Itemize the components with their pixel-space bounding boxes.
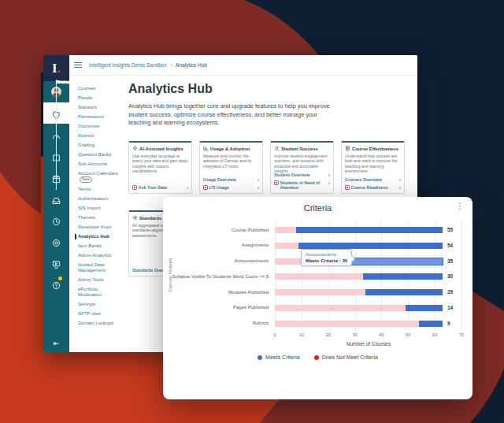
card-title: AI-Assisted Insights bbox=[132, 146, 188, 151]
feature-card-ai-assisted-insights: AI-Assisted InsightsUse everyday languag… bbox=[128, 141, 192, 194]
account-nav-sis-import[interactable]: SIS Import bbox=[76, 206, 119, 211]
global-nav-mastery[interactable]: Mastery bbox=[43, 230, 69, 251]
global-nav-studio[interactable]: Studio bbox=[43, 251, 69, 273]
global-nav-inbox[interactable]: Inbox bbox=[43, 187, 69, 209]
chevron-right-icon: › bbox=[399, 185, 401, 190]
tooltip-category: Announcements bbox=[306, 252, 347, 257]
chart-legend: Meets CriteriaDoes Not Meet Criteria bbox=[163, 354, 472, 360]
account-nav-outcomes[interactable]: Outcomes bbox=[76, 124, 119, 129]
global-nav-help[interactable]: Help bbox=[43, 273, 69, 294]
hamburger-menu-icon[interactable] bbox=[74, 62, 82, 69]
criteria-chart-card: Criteria ⋮ Canvas Feature 01020304050607… bbox=[163, 197, 472, 399]
account-nav-analytics-hub[interactable]: Analytics Hub bbox=[75, 234, 119, 239]
account-nav-grading[interactable]: Grading bbox=[76, 143, 119, 148]
account-nav-admin-analytics[interactable]: Admin Analytics bbox=[76, 253, 119, 258]
account-nav-themes[interactable]: Themes bbox=[76, 215, 119, 221]
bar-value-label: 55 bbox=[447, 227, 453, 232]
account-nav-terms[interactable]: Terms bbox=[76, 187, 119, 192]
kebab-menu-icon[interactable]: ⋮ bbox=[456, 202, 464, 210]
legend-dot-icon bbox=[314, 355, 319, 360]
bar-category-label: Course Published bbox=[163, 228, 269, 232]
history-clock-icon bbox=[52, 215, 61, 224]
account-nav-domain-lookups[interactable]: Domain Lookups bbox=[76, 321, 119, 326]
global-nav-label: Help bbox=[56, 80, 57, 190]
card-link-courses-overview[interactable]: Courses Overview› bbox=[345, 177, 401, 182]
bar-meets-segment[interactable] bbox=[296, 227, 443, 233]
bar-meets-segment[interactable] bbox=[419, 321, 443, 327]
feature-card-student-success: Student SuccessImprove student engagemen… bbox=[270, 141, 334, 194]
bar-value-label: 54 bbox=[447, 243, 453, 248]
account-navigation-list: CoursesPeopleStatisticsPermissionsOutcom… bbox=[69, 76, 122, 352]
card-link-students-in-need-of-attention[interactable]: Students in Need of Attention› bbox=[274, 180, 330, 190]
breadcrumb-separator: › bbox=[170, 62, 172, 68]
account-nav-admin-tools[interactable]: Admin Tools bbox=[76, 277, 119, 283]
account-nav-sftp-user[interactable]: SFTP User bbox=[76, 311, 119, 317]
card-description: Measure and monitor the adoption of Canv… bbox=[203, 154, 259, 169]
account-nav-developer-keys[interactable]: Developer Keys bbox=[76, 224, 119, 230]
bar-does-not-meet-segment[interactable] bbox=[275, 305, 406, 311]
breadcrumb: Intelligent Insights Demo Sandbox › Anal… bbox=[89, 62, 207, 68]
usage-chart-icon bbox=[203, 146, 209, 151]
account-nav-account-calendars[interactable]: Account CalendarsNew bbox=[76, 171, 119, 183]
account-nav-question-banks[interactable]: Question Banks bbox=[76, 152, 119, 158]
legend-item-meets-criteria[interactable]: Meets Criteria bbox=[258, 354, 300, 360]
bar-meets-segment[interactable] bbox=[365, 289, 443, 295]
global-navigation-sidebar: I. AccountAdminDashboardCoursesCalendarI… bbox=[43, 55, 69, 352]
card-description: Use everyday language to query your data… bbox=[132, 154, 188, 174]
account-nav-courses[interactable]: Courses bbox=[76, 86, 119, 91]
instructure-logo[interactable]: I. bbox=[43, 55, 69, 81]
upgrade-feature-icon bbox=[132, 185, 137, 190]
account-nav-permissions[interactable]: Permissions bbox=[76, 114, 119, 120]
account-nav-sub-accounts[interactable]: Sub-Accounts bbox=[76, 161, 119, 167]
bar-meets-segment[interactable] bbox=[298, 243, 443, 249]
card-link-lti-usage[interactable]: LTI Usage› bbox=[203, 185, 259, 190]
collapse-nav-button[interactable]: ⇤ bbox=[43, 340, 69, 347]
bar-meets-segment[interactable] bbox=[363, 273, 443, 280]
bar-category-label: Rubrics bbox=[163, 321, 269, 325]
chart-title: Criteria bbox=[163, 203, 472, 213]
account-nav-eportfolio-moderation[interactable]: ePortfolio Moderation bbox=[76, 287, 119, 298]
bar-does-not-meet-segment[interactable] bbox=[275, 227, 296, 233]
bar-value-label: 30 bbox=[447, 273, 453, 279]
account-nav-people[interactable]: People bbox=[76, 95, 119, 101]
bar-does-not-meet-segment[interactable] bbox=[275, 243, 298, 249]
feature-card-course-effectiveness: Course EffectivenessUnderstand how cours… bbox=[341, 141, 405, 194]
bar-category-label: Assignments bbox=[163, 243, 269, 247]
bar-meets-segment[interactable] bbox=[350, 258, 443, 265]
breadcrumb-root-link[interactable]: Intelligent Insights Demo Sandbox bbox=[89, 62, 167, 68]
card-link-usage-overview[interactable]: Usage Overview› bbox=[203, 177, 259, 182]
bar-category-label: Syllabus Visible To Students Word Count … bbox=[163, 274, 269, 279]
x-axis-tick: 0 bbox=[273, 332, 276, 337]
bar-category-label: Announcements bbox=[163, 258, 269, 263]
bar-value-label: 9 bbox=[447, 321, 450, 326]
account-nav-item-banks[interactable]: Item Banks bbox=[76, 243, 119, 249]
standards-gear-icon bbox=[132, 215, 138, 221]
bar-meets-segment[interactable] bbox=[406, 305, 443, 311]
card-link-student-overview[interactable]: Student Overview› bbox=[274, 173, 330, 177]
bar-category-label: Pages Published bbox=[163, 305, 269, 310]
chevron-right-icon: › bbox=[328, 173, 330, 177]
card-link-course-readiness[interactable]: Course Readiness› bbox=[345, 185, 401, 190]
card-link-ask-your-data[interactable]: Ask Your Data› bbox=[132, 185, 188, 190]
x-axis-tick: 70 bbox=[459, 332, 465, 337]
inbox-tray-icon bbox=[52, 194, 61, 202]
card-title: Course Effectiveness bbox=[345, 146, 401, 151]
bar-does-not-meet-segment[interactable] bbox=[275, 273, 363, 280]
bar-value-label: 14 bbox=[447, 305, 453, 310]
chart-x-axis-label: Number of Courses bbox=[275, 341, 462, 347]
account-nav-authentication[interactable]: Authentication bbox=[76, 196, 119, 202]
x-axis-tick: 60 bbox=[432, 332, 438, 337]
bar-does-not-meet-segment[interactable] bbox=[275, 289, 365, 295]
bar-value-label: 29 bbox=[447, 289, 453, 295]
legend-item-does-not-meet-criteria[interactable]: Does Not Meet Criteria bbox=[314, 354, 378, 360]
x-axis-tick: 50 bbox=[406, 332, 411, 337]
bar-does-not-meet-segment[interactable] bbox=[275, 321, 419, 327]
chevron-right-icon: › bbox=[328, 180, 330, 185]
chevron-right-icon: › bbox=[258, 185, 259, 190]
global-nav-history[interactable]: History bbox=[43, 209, 69, 230]
upgrade-feature-icon bbox=[274, 180, 279, 185]
account-nav-rubrics[interactable]: Rubrics bbox=[76, 133, 119, 139]
account-nav-hosted-data-management[interactable]: Hosted Data Management bbox=[76, 262, 119, 273]
account-nav-settings[interactable]: Settings bbox=[76, 302, 119, 307]
account-nav-statistics[interactable]: Statistics bbox=[76, 105, 119, 110]
